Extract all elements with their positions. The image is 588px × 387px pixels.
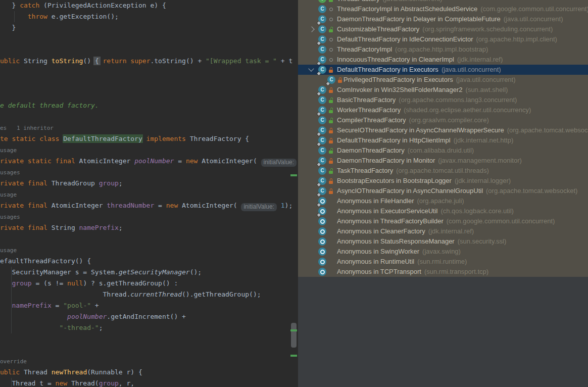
class-name: DefaultThreadFactory in IdleConnectionEv…: [337, 35, 473, 43]
chevron-down-icon[interactable]: [308, 66, 314, 71]
package-circle: [329, 48, 333, 52]
implementation-row[interactable]: Anonymous in ThreadFactoryBuilder(com.go…: [298, 216, 588, 226]
implementation-row[interactable]: CSecureIOThreadFactory in AsyncChannelWr…: [298, 125, 588, 135]
implementation-row[interactable]: CThreadFactoryImpl in AbstractScheduledS…: [298, 4, 588, 14]
implementation-name: DaemonThreadFactory in Delayer in Comple…: [337, 14, 563, 24]
implementation-row[interactable]: Anonymous in FileHandler(org.apache.juli…: [298, 196, 588, 206]
package-name: (jdk.internal.ref): [428, 227, 474, 235]
class-icon: C: [318, 116, 326, 124]
code-line: usages: [0, 167, 298, 178]
package-name: (javax.management.monitor): [438, 157, 521, 164]
implementation-row[interactable]: Anonymous in ExecutorServiceUtil(ch.qos.…: [298, 206, 588, 216]
private-lock-icon: [328, 128, 334, 133]
implementation-row[interactable]: Anonymous in TCPTransport(sun.rmi.transp…: [298, 267, 588, 277]
class-icon: C: [318, 136, 326, 144]
code-line: poolNumber.getAndIncrement() +: [0, 311, 298, 322]
class-name: TaskThreadFactory: [337, 167, 393, 174]
private-lock-icon: [337, 77, 343, 83]
code-line: override: [0, 356, 298, 367]
anonymous-class-icon: [318, 248, 326, 256]
anonymous-class-icon: [318, 197, 326, 205]
code-line: SecurityManager s = System.getSecurityMa…: [0, 267, 298, 278]
implementation-row[interactable]: CBasicThreadFactory(org.apache.commons.l…: [298, 95, 588, 105]
implementation-row[interactable]: CDefaultThreadFactory in IdleConnectionE…: [298, 34, 588, 44]
indent-guide: [11, 267, 12, 333]
package-name: (sun.rmi.runtime): [417, 258, 467, 265]
icon-letter: C: [318, 45, 326, 54]
implementation-row[interactable]: IThreadFactory(java.util.concurrent): [298, 0, 588, 4]
package-name: (jdk.internal.net.http): [454, 136, 514, 144]
vcs-change-mark: [290, 355, 297, 357]
ide-window: } catch (PrivilegedActionException e) { …: [0, 0, 588, 387]
package-name: (com.google.common.util.concurrent): [480, 5, 588, 13]
package-name: (ch.qos.logback.core.util): [440, 207, 514, 215]
private-lock-icon: [328, 138, 334, 143]
implementation-row[interactable]: CWorkerThreadFactory(shaded.org.eclipse.…: [298, 105, 588, 115]
public-lock-icon: [328, 108, 334, 113]
implementation-name: Anonymous in TCPTransport(sun.rmi.transp…: [337, 267, 488, 277]
implementation-name: BootstrapExecutors in BootstrapLogger(jd…: [337, 176, 511, 186]
code-line: es 1 inheritor: [0, 122, 298, 133]
implementation-row[interactable]: Anonymous in SwingWorker(javax.swing): [298, 247, 588, 257]
lock-body: [329, 110, 333, 113]
implementation-row[interactable]: CInnocuousThreadFactory in CleanerImpl(j…: [298, 55, 588, 65]
anonymous-class-icon: [318, 268, 326, 276]
code-editor[interactable]: } catch (PrivilegedActionException e) { …: [0, 0, 298, 387]
implementation-row[interactable]: CPrivilegedThreadFactory in Executors(ja…: [298, 75, 588, 85]
code-line: ublic Thread newThread(Runnable r) {: [0, 367, 298, 378]
package-name: (shaded.org.eclipse.aether.util.concurre…: [404, 106, 531, 114]
implementation-name: Anonymous in ThreadFactoryBuilder(com.go…: [337, 216, 555, 226]
scrollbar-thumb[interactable]: [291, 323, 297, 348]
class-icon: C: [318, 167, 326, 175]
implementation-row[interactable]: CComInvoker in Win32ShellFolderManager2(…: [298, 85, 588, 95]
class-name: ComInvoker in Win32ShellFolderManager2: [337, 86, 463, 93]
icon-letter: C: [318, 147, 326, 155]
implementation-name: CustomizableThreadFactory(org.springfram…: [337, 24, 553, 34]
static-marker-icon: [317, 213, 320, 216]
implementation-row[interactable]: CDaemonThreadFactory in Delayer in Compl…: [298, 14, 588, 24]
lock-body: [329, 191, 333, 194]
code-line: rivate static final AtomicInteger poolNu…: [0, 156, 298, 167]
implementation-row[interactable]: Anonymous in RuntimeUtil(sun.rmi.runtime…: [298, 257, 588, 267]
implementation-row[interactable]: CCompilerThreadFactory(org.graalvm.compi…: [298, 115, 588, 125]
public-lock-icon: [328, 0, 334, 2]
implementation-row[interactable]: Anonymous in StatusResponseManager(sun.s…: [298, 236, 588, 247]
implementation-row[interactable]: CTaskThreadFactory(org.apache.tomcat.uti…: [298, 166, 588, 176]
lock-body: [329, 151, 333, 154]
chevron-right-icon[interactable]: [309, 26, 314, 32]
anonymous-class-icon: [318, 227, 326, 235]
implementation-name: InnocuousThreadFactory in CleanerImpl(jd…: [337, 55, 503, 65]
class-name: Anonymous in TCPTransport: [337, 268, 421, 275]
implementation-row[interactable]: CDefaultThreadFactory in Executors(java.…: [298, 65, 588, 75]
private-lock-icon: [328, 87, 334, 93]
implementation-row[interactable]: CDaemonThreadFactory(com.alibaba.druid.u…: [298, 146, 588, 156]
package-name: (jdk.internal.ref): [457, 56, 503, 63]
code-line: usage: [0, 189, 298, 200]
package-name: (java.util.concurrent): [456, 76, 516, 83]
implementation-row[interactable]: CThreadFactoryImpl(org.apache.http.impl.…: [298, 44, 588, 55]
implementation-name: BasicThreadFactory(org.apache.commons.la…: [337, 95, 517, 105]
class-icon: C: [318, 15, 326, 23]
class-name: BootstrapExecutors in BootstrapLogger: [337, 177, 452, 184]
package-name: (org.apache.tomcat.util.threads): [396, 167, 489, 174]
package-circle: [329, 8, 333, 11]
implementation-row[interactable]: CCustomizableThreadFactory(org.springfra…: [298, 24, 588, 34]
implementation-row[interactable]: CDefaultThreadFactory in HttpClientImpl(…: [298, 135, 588, 146]
code-line: [0, 78, 298, 89]
implementation-row[interactable]: CBootstrapExecutors in BootstrapLogger(j…: [298, 176, 588, 186]
code-line: e default thread factory.: [0, 100, 298, 111]
package-name: (sun.rmi.transport.tcp): [424, 268, 488, 275]
editor-scrollbar[interactable]: [290, 0, 298, 387]
code-line: Thread.currentThread().getThreadGroup();: [0, 289, 298, 300]
implementation-row[interactable]: Anonymous in CleanerFactory(jdk.internal…: [298, 226, 588, 236]
public-lock-icon: [328, 148, 334, 154]
implementation-row[interactable]: CAsyncIOThreadFactory in AsyncChannelGro…: [298, 186, 588, 196]
class-name: DefaultThreadFactory in Executors: [337, 66, 438, 73]
lock-body: [329, 140, 333, 143]
class-icon: C: [318, 187, 326, 195]
implementation-row[interactable]: CDaemonThreadFactory in Monitor(javax.ma…: [298, 156, 588, 166]
package-name: (java.util.concurrent): [383, 0, 443, 3]
package-name: (org.apache.http.impl.bootstrap): [395, 45, 488, 53]
class-name: CustomizableThreadFactory: [337, 25, 419, 33]
class-icon: C: [318, 35, 326, 43]
